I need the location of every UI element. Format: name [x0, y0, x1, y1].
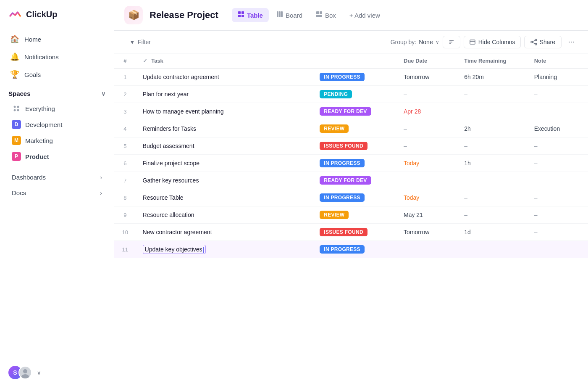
sort-button[interactable]: [443, 36, 460, 48]
table-row[interactable]: 8Resource TableIN PROGRESSToday––: [114, 189, 588, 206]
cell-num: 1: [114, 69, 136, 86]
col-task: ✓ Task: [136, 53, 313, 69]
cell-time-remaining: –: [457, 241, 527, 258]
clickup-logo-icon: [8, 8, 22, 21]
table-row[interactable]: 10New contractor agreementISSUES FOUNDTo…: [114, 224, 588, 241]
cell-time-remaining: 2h: [457, 120, 527, 137]
share-button[interactable]: Share: [524, 36, 562, 48]
sidebar-item-product[interactable]: P Product: [3, 148, 110, 164]
svg-rect-9: [242, 15, 244, 17]
svg-rect-19: [470, 40, 475, 44]
tab-table-label: Table: [247, 12, 263, 19]
cell-status: REVIEW: [313, 206, 397, 224]
svg-line-24: [533, 40, 535, 42]
more-options-button[interactable]: ···: [565, 35, 578, 49]
hide-columns-button[interactable]: Hide Columns: [464, 36, 521, 48]
sidebar-item-development[interactable]: D Development: [3, 116, 110, 132]
cell-due-date: May 21: [397, 206, 457, 224]
svg-point-0: [14, 106, 16, 108]
add-view-label: + Add view: [349, 12, 380, 19]
cell-num: 8: [114, 189, 136, 206]
cell-status: REVIEW: [313, 120, 397, 137]
sidebar-item-dashboards[interactable]: Dashboards ›: [3, 169, 110, 185]
cell-time-remaining: –: [457, 137, 527, 155]
status-badge: PENDING: [320, 90, 352, 98]
status-badge: IN PROGRESS: [320, 245, 365, 254]
table-row[interactable]: 9Resource allocationREVIEWMay 21––: [114, 206, 588, 224]
cell-task[interactable]: Resource allocation: [136, 206, 313, 224]
cell-task[interactable]: Gather key resources: [136, 172, 313, 189]
status-badge: REVIEW: [320, 124, 349, 133]
table-row[interactable]: 6Finalize project scopeIN PROGRESSToday1…: [114, 155, 588, 172]
table-row[interactable]: 4Reminders for TasksREVIEW–2hExecution: [114, 120, 588, 137]
table-row[interactable]: 11Update key objectivesIN PROGRESS–––: [114, 241, 588, 258]
cell-due-date: –: [397, 241, 457, 258]
cell-task[interactable]: Update key objectives: [136, 241, 313, 258]
table-container: # ✓ Task Due Date Time Remaining Note 1U…: [114, 53, 588, 386]
cell-task[interactable]: Finalize project scope: [136, 155, 313, 172]
svg-point-2: [14, 109, 16, 111]
cell-num: 11: [114, 241, 136, 258]
cell-task[interactable]: Plan for next year: [136, 86, 313, 103]
cell-note: –: [528, 189, 588, 206]
svg-line-25: [533, 42, 535, 44]
avatar-stack: S: [8, 366, 32, 379]
col-note: Note: [528, 53, 588, 69]
cell-cursor: [203, 247, 204, 253]
tasks-table: # ✓ Task Due Date Time Remaining Note 1U…: [114, 53, 588, 258]
product-avatar: P: [12, 152, 21, 161]
footer-chevron-icon[interactable]: ∨: [37, 370, 41, 376]
tab-box[interactable]: Box: [310, 8, 342, 22]
docs-label: Docs: [12, 189, 26, 196]
svg-rect-6: [238, 11, 241, 14]
group-by-chevron-icon[interactable]: ∨: [436, 39, 439, 45]
sidebar-item-everything[interactable]: Everything: [3, 100, 110, 116]
tab-table[interactable]: Table: [232, 8, 269, 22]
toolbar: ▼ Filter Group by: None ∨: [114, 31, 588, 53]
table-row[interactable]: 3How to manage event planningREADY FOR D…: [114, 103, 588, 120]
svg-rect-7: [242, 11, 244, 14]
cell-time-remaining: 1h: [457, 155, 527, 172]
cell-task[interactable]: New contractor agreement: [136, 224, 313, 241]
sidebar-item-docs[interactable]: Docs ›: [3, 185, 110, 201]
table-row[interactable]: 7Gather key resourcesREADY FOR DEV–––: [114, 172, 588, 189]
hide-columns-icon: [469, 39, 476, 45]
toolbar-left: ▼ Filter: [124, 36, 156, 48]
cell-task[interactable]: How to manage event planning: [136, 103, 313, 120]
task-cell-selected: Update key objectives: [143, 245, 206, 254]
cell-note: –: [528, 155, 588, 172]
cell-num: 7: [114, 172, 136, 189]
sidebar-marketing-label: Marketing: [25, 137, 53, 144]
cell-num: 6: [114, 155, 136, 172]
cell-task[interactable]: Budget assessment: [136, 137, 313, 155]
sidebar-item-goals[interactable]: 🏆 Goals: [5, 66, 109, 83]
spaces-chevron-icon: ∨: [101, 90, 105, 97]
table-header-row: # ✓ Task Due Date Time Remaining Note: [114, 53, 588, 69]
docs-chevron-icon: ›: [100, 190, 102, 196]
cell-time-remaining: –: [457, 172, 527, 189]
table-row[interactable]: 1Update contractor agreementIN PROGRESST…: [114, 69, 588, 86]
sidebar-item-home[interactable]: 🏠 Home: [5, 30, 109, 48]
sidebar-item-marketing[interactable]: M Marketing: [3, 132, 110, 148]
check-icon: ✓: [143, 58, 147, 64]
svg-point-21: [535, 39, 537, 41]
col-due-date: Due Date: [397, 53, 457, 69]
tab-board[interactable]: Board: [270, 8, 308, 22]
table-row[interactable]: 5Budget assessmentISSUES FOUND–––: [114, 137, 588, 155]
cell-status: PENDING: [313, 86, 397, 103]
cell-due-date: Tomorrow: [397, 224, 457, 241]
cell-task[interactable]: Resource Table: [136, 189, 313, 206]
cell-time-remaining: –: [457, 86, 527, 103]
table-row[interactable]: 2Plan for next yearPENDING–––: [114, 86, 588, 103]
svg-point-4: [23, 369, 27, 373]
cell-due-date: Tomorrow: [397, 69, 457, 86]
toolbar-right: Group by: None ∨ Hide Columns: [391, 35, 578, 49]
cell-task[interactable]: Update contractor agreement: [136, 69, 313, 86]
add-view-button[interactable]: + Add view: [344, 9, 386, 22]
filter-button[interactable]: ▼ Filter: [124, 36, 156, 48]
cell-task[interactable]: Reminders for Tasks: [136, 120, 313, 137]
spaces-section-header[interactable]: Spaces ∨: [0, 85, 114, 100]
cell-time-remaining: –: [457, 103, 527, 120]
cell-status: IN PROGRESS: [313, 189, 397, 206]
sidebar-item-notifications[interactable]: 🔔 Notifications: [5, 48, 109, 66]
